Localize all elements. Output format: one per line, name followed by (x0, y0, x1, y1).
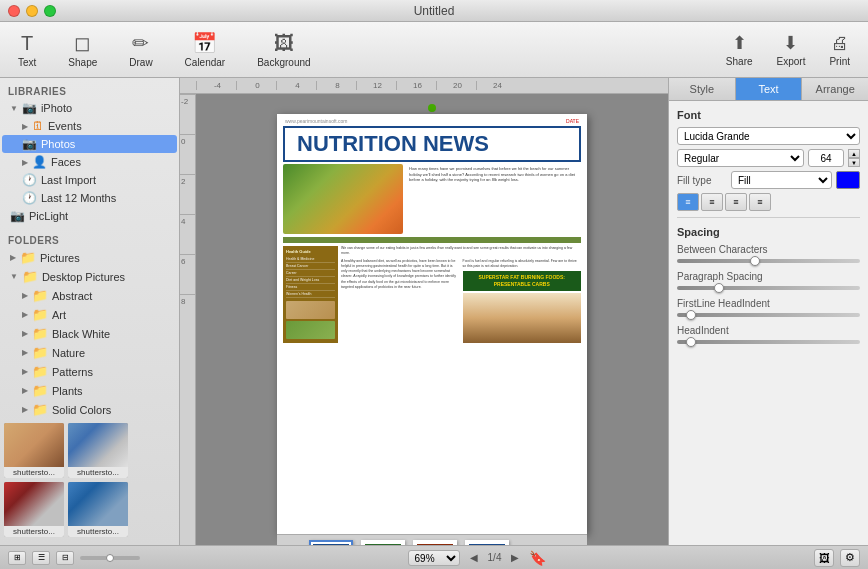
thumbnail-4[interactable]: 4 (465, 540, 509, 546)
view-list-button[interactable]: ☰ (32, 551, 50, 565)
font-family-select[interactable]: Lucida Grande (677, 127, 860, 145)
size-slider-thumb[interactable] (106, 554, 114, 562)
thumb-page-4[interactable] (465, 540, 509, 546)
sidebar-item-solid-colors[interactable]: ▶ 📁 Solid Colors (2, 400, 177, 419)
sidebar-item-events[interactable]: ▶ 🗓 Events (2, 117, 177, 135)
sidebar-item-patterns[interactable]: ▶ 📁 Patterns (2, 362, 177, 381)
photo-thumb-2[interactable]: shuttersto... (68, 423, 128, 478)
background-tool-button[interactable]: 🖼 Background (249, 28, 318, 72)
text-tool-button[interactable]: T Text (10, 28, 44, 72)
body-text-3: Food is fuel and regular refueling is ab… (463, 259, 582, 270)
head-indent-thumb[interactable] (686, 337, 696, 347)
align-left-button[interactable]: ≡ (677, 193, 699, 211)
ruler-mark: 20 (436, 81, 476, 90)
maximize-button[interactable] (44, 5, 56, 17)
font-size-input[interactable] (808, 149, 844, 167)
page-image-section: How many times have we promised ourselve… (283, 164, 581, 234)
sidebar-item-photos[interactable]: 📷 Photos (2, 135, 177, 153)
resize-handle-top[interactable] (428, 104, 436, 112)
page-header: www.pearimountainsoft.com DATE (277, 114, 587, 126)
between-chars-slider[interactable] (677, 259, 860, 263)
photo-label-2: shuttersto... (68, 467, 128, 478)
font-size-up[interactable]: ▲ (848, 149, 860, 158)
sidebar-item-black-white[interactable]: ▶ 📁 Black White (2, 324, 177, 343)
thumbnail-3[interactable]: 3 (413, 540, 457, 546)
canvas-area: -4 0 4 8 12 16 20 24 -2 0 2 4 6 8 (180, 78, 668, 545)
title-bar: Untitled (0, 0, 868, 22)
export-button[interactable]: ⬇ Export (769, 28, 814, 71)
draw-icon: ✏ (132, 31, 149, 55)
sidebar-item-pictures[interactable]: ▶ 📁 Pictures (2, 248, 177, 267)
zoom-select[interactable]: 69% 50% 75% 100% (408, 550, 460, 566)
photo-image-2 (68, 423, 128, 467)
thumb-page-1[interactable] (309, 540, 353, 546)
page-next-button[interactable]: ▶ (507, 550, 523, 566)
paragraph-spacing-slider[interactable] (677, 286, 860, 290)
align-justify-button[interactable]: ≡ (749, 193, 771, 211)
brown-header: Health Guide (286, 249, 335, 254)
draw-tool-button[interactable]: ✏ Draw (121, 27, 160, 72)
bookmark-icon[interactable]: 🔖 (529, 550, 546, 566)
sidebar-item-desktop-pictures[interactable]: ▼ 📁 Desktop Pictures (2, 267, 177, 286)
expand-icon: ▼ (10, 104, 18, 113)
window-controls (8, 5, 56, 17)
page-indicator: 1/4 (488, 552, 502, 563)
last-12-months-icon: 🕐 (22, 191, 37, 205)
tab-style[interactable]: Style (669, 78, 736, 100)
sidebar-item-piclight[interactable]: 📷 PicLight (2, 207, 177, 225)
thumb-page-2[interactable] (361, 540, 405, 546)
between-chars-thumb[interactable] (750, 256, 760, 266)
font-style-select[interactable]: Regular Bold Italic (677, 149, 804, 167)
sidebar-item-faces[interactable]: ▶ 👤 Faces (2, 153, 177, 171)
sidebar-item-iphoto[interactable]: ▼ 📷 iPhoto (2, 99, 177, 117)
photo-thumb-4[interactable]: shuttersto... (68, 482, 128, 537)
tab-arrange[interactable]: Arrange (802, 78, 868, 100)
ruler-left-mark: 0 (180, 134, 195, 174)
firstline-indent-slider[interactable] (677, 313, 860, 317)
thumbnail-2[interactable]: 2 (361, 540, 405, 546)
sidebar-item-last-import[interactable]: 🕐 Last Import (2, 171, 177, 189)
sidebar-item-abstract[interactable]: ▶ 📁 Abstract (2, 286, 177, 305)
thumb-content-1 (311, 542, 351, 546)
small-food-img2 (286, 321, 335, 339)
sidebar-events-label: Events (48, 120, 82, 132)
firstline-indent-thumb[interactable] (686, 310, 696, 320)
fill-type-row: Fill type Fill None (677, 171, 860, 189)
sidebar-item-art[interactable]: ▶ 📁 Art (2, 305, 177, 324)
head-indent-slider[interactable] (677, 340, 860, 344)
shape-tool-button[interactable]: ◻ Shape (60, 27, 105, 72)
food-image-2 (286, 321, 335, 339)
view-detail-button[interactable]: ⊟ (56, 551, 74, 565)
view-grid-button[interactable]: ⊞ (8, 551, 26, 565)
title-container: NUTRITION NEWS (283, 126, 581, 162)
print-button[interactable]: 🖨 Print (821, 29, 858, 71)
align-center-button[interactable]: ≡ (701, 193, 723, 211)
sidebar-item-plants[interactable]: ▶ 📁 Plants (2, 381, 177, 400)
bottom-left: ⊞ ☰ ⊟ (8, 551, 140, 565)
thumb-page-3[interactable] (413, 540, 457, 546)
small-food-img (286, 301, 335, 319)
fill-type-select[interactable]: Fill None (731, 171, 832, 189)
page-title[interactable]: NUTRITION NEWS (289, 130, 575, 158)
tab-text[interactable]: Text (736, 78, 803, 100)
page-prev-button[interactable]: ◀ (466, 550, 482, 566)
color-swatch[interactable] (836, 171, 860, 189)
close-button[interactable] (8, 5, 20, 17)
sidebar-item-nature[interactable]: ▶ 📁 Nature (2, 343, 177, 362)
align-right-button[interactable]: ≡ (725, 193, 747, 211)
minimize-button[interactable] (26, 5, 38, 17)
size-slider[interactable] (80, 556, 140, 560)
share-button[interactable]: ⬆ Share (718, 28, 761, 71)
shape-icon: ◻ (74, 31, 91, 55)
calendar-tool-button[interactable]: 📅 Calendar (177, 27, 234, 72)
photo-library-button[interactable]: 🖼 (814, 549, 834, 567)
document-canvas[interactable]: www.pearimountainsoft.com DATE NUTRITION… (196, 94, 668, 545)
text-label: Text (18, 57, 36, 68)
photo-thumb-1[interactable]: shuttersto... (4, 423, 64, 478)
sidebar-item-last-12-months[interactable]: 🕐 Last 12 Months (2, 189, 177, 207)
paragraph-spacing-thumb[interactable] (714, 283, 724, 293)
thumbnail-1[interactable]: 1 (309, 540, 353, 546)
font-size-down[interactable]: ▼ (848, 158, 860, 167)
photo-thumb-3[interactable]: shuttersto... (4, 482, 64, 537)
settings-button[interactable]: ⚙ (840, 549, 860, 567)
